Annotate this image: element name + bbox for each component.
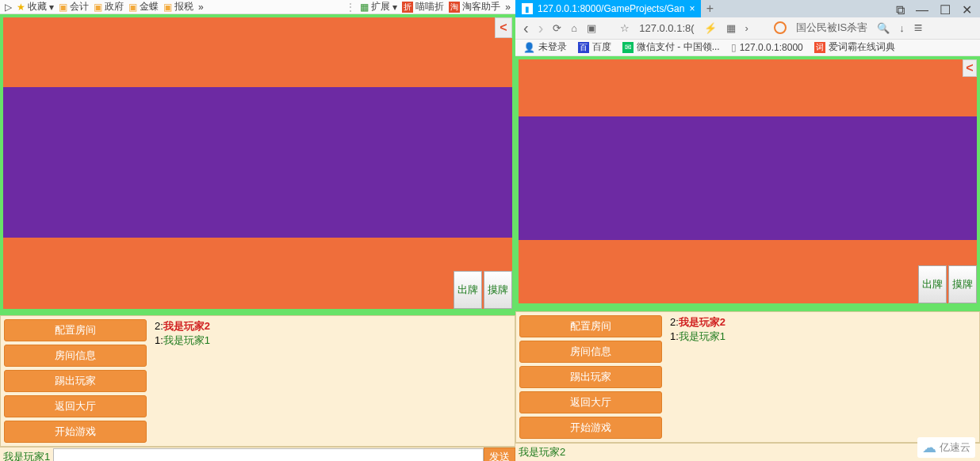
pin-icon[interactable]: ⧉ xyxy=(896,3,905,17)
folder-gov[interactable]: ▣政府 xyxy=(94,0,124,13)
left-browser-pane: ▷ ★收藏▾ ▣会计 ▣政府 ▣金蝶 ▣报税 » ⋮ ▦扩展▾ 折喵喵折 淘淘客… xyxy=(0,0,515,461)
player-list: 2:我是玩家2 1:我是玩家1 xyxy=(665,312,730,442)
bookmark-star-icon[interactable]: ☆ xyxy=(620,22,630,34)
room-info-button[interactable]: 房间信息 xyxy=(519,341,662,363)
search-icon[interactable]: 🔍 xyxy=(877,22,890,34)
sogou-icon[interactable] xyxy=(774,21,787,34)
return-lobby-button[interactable]: 返回大厅 xyxy=(519,391,662,413)
fold-icon: 折 xyxy=(402,2,413,13)
chat-send-row: 我是玩家1 发送 xyxy=(0,447,515,461)
game-board-left: < 出牌 摸牌 xyxy=(0,14,515,315)
room-info-button[interactable]: 房间信息 xyxy=(4,345,147,367)
lobby-button-column: 配置房间 房间信息 踢出玩家 返回大厅 开始游戏 xyxy=(516,312,665,442)
taoke-icon: 淘 xyxy=(449,2,460,13)
tab-title: 127.0.0.1:8000/GameProjects/Gan xyxy=(538,3,684,14)
bookmark-toolbar: ▷ ★收藏▾ ▣会计 ▣政府 ▣金蝶 ▣报税 » ⋮ ▦扩展▾ 折喵喵折 淘淘客… xyxy=(0,0,515,14)
current-player-label: 我是玩家2 xyxy=(515,443,980,461)
player-name: 我是玩家2 xyxy=(679,316,725,328)
taoke-item[interactable]: 淘淘客助手 xyxy=(449,0,500,13)
extensions-item[interactable]: ▦扩展▾ xyxy=(360,0,397,13)
collapse-arrow-right[interactable]: < xyxy=(963,59,977,77)
bookmark-wechatpay[interactable]: ✉微信支付 - 中国领... xyxy=(622,40,720,54)
play-card-button[interactable]: 出牌 xyxy=(918,265,947,303)
panel-button[interactable]: ▣ xyxy=(587,22,596,34)
miaomiaozhe-item[interactable]: 折喵喵折 xyxy=(402,0,444,13)
browser-tab[interactable]: ▮ 127.0.0.1:8000/GameProjects/Gan × xyxy=(515,0,701,17)
draw-card-button[interactable]: 摸牌 xyxy=(948,265,977,303)
player-row: 1:我是玩家1 xyxy=(155,333,210,348)
news-headline[interactable]: 国公民被IS杀害 xyxy=(796,21,867,35)
folder-icon: ▣ xyxy=(59,2,67,13)
play-icon[interactable]: ▷ xyxy=(5,2,12,13)
folder-icon: ▣ xyxy=(94,2,102,13)
window-controls: ⧉ — ☐ ✕ xyxy=(888,2,980,17)
favorites-label: 收藏 xyxy=(28,0,47,13)
home-button[interactable]: ⌂ xyxy=(571,22,577,34)
send-button[interactable]: 发送 xyxy=(484,448,515,461)
close-window-button[interactable]: ✕ xyxy=(962,2,972,17)
config-room-button[interactable]: 配置房间 xyxy=(4,319,147,341)
tab-close-icon[interactable]: × xyxy=(689,3,695,14)
bookmark-iciba[interactable]: 词爱词霸在线词典 xyxy=(814,40,895,54)
more-folders[interactable]: » xyxy=(198,2,204,13)
forward-button[interactable]: › xyxy=(538,19,544,37)
play-card-button[interactable]: 出牌 xyxy=(454,271,482,309)
address-bar: ‹ › ⟳ ⌂ ▣ ☆ 127.0.0.1:8( ⚡ ▦ › 国公民被IS杀害 … xyxy=(515,17,980,40)
menu-icon[interactable]: ≡ xyxy=(914,20,923,36)
bookmarks-bar: 👤未登录 百百度 ✉微信支付 - 中国领... ▯127.0.0.1:8000 … xyxy=(515,40,980,56)
kebab-icon[interactable]: ⋮ xyxy=(346,2,355,13)
kick-player-button[interactable]: 踢出玩家 xyxy=(519,366,662,388)
favorites-item[interactable]: ★收藏▾ xyxy=(17,0,54,13)
star-icon: ★ xyxy=(17,2,25,13)
reload-button[interactable]: ⟳ xyxy=(553,22,561,34)
bottom-orange-block: 出牌 摸牌 xyxy=(3,238,512,309)
folder-accounting[interactable]: ▣会计 xyxy=(59,0,89,13)
chat-input[interactable] xyxy=(53,448,484,461)
login-status[interactable]: 👤未登录 xyxy=(523,40,567,54)
middle-purple-block xyxy=(519,116,977,240)
folder-tax[interactable]: ▣报税 xyxy=(163,0,193,13)
wechat-icon: ✉ xyxy=(622,42,634,53)
draw-card-button[interactable]: 摸牌 xyxy=(484,271,512,309)
folder-icon: ▣ xyxy=(163,2,172,13)
kick-player-button[interactable]: 踢出玩家 xyxy=(4,370,147,392)
player-name: 我是玩家1 xyxy=(679,330,725,342)
start-game-button[interactable]: 开始游戏 xyxy=(519,417,662,439)
back-button[interactable]: ‹ xyxy=(523,19,529,37)
flash-icon[interactable]: ⚡ xyxy=(704,22,717,34)
iciba-icon: 词 xyxy=(814,42,825,53)
download-icon[interactable]: ↓ xyxy=(899,22,905,34)
top-orange-block: < xyxy=(3,17,512,87)
baidu-icon: 百 xyxy=(578,42,589,53)
brand-watermark: ☁ 亿速云 xyxy=(917,437,975,458)
right-browser-pane: ▮ 127.0.0.1:8000/GameProjects/Gan × + ⧉ … xyxy=(515,0,980,461)
toolbar-overflow[interactable]: » xyxy=(505,2,511,13)
player-name: 我是玩家2 xyxy=(163,320,210,332)
current-player-label: 我是玩家1 xyxy=(0,448,53,461)
top-orange-block: < xyxy=(519,59,977,116)
start-game-button[interactable]: 开始游戏 xyxy=(4,421,147,443)
bookmark-baidu[interactable]: 百百度 xyxy=(578,40,611,54)
folder-kingdee[interactable]: ▣金蝶 xyxy=(128,0,159,13)
player-row: 2:我是玩家2 xyxy=(670,315,725,330)
chevron-down-icon: ▾ xyxy=(49,2,54,13)
qr-icon[interactable]: ▦ xyxy=(726,22,736,34)
brand-text: 亿速云 xyxy=(940,440,970,455)
minimize-button[interactable]: — xyxy=(916,3,928,17)
middle-purple-block xyxy=(3,87,512,238)
page-icon: ▮ xyxy=(522,3,533,14)
new-tab-button[interactable]: + xyxy=(701,0,718,17)
lobby-panel-left: 配置房间 房间信息 踢出玩家 返回大厅 开始游戏 2:我是玩家2 1:我是玩家1 xyxy=(0,315,515,447)
url-text[interactable]: 127.0.0.1:8( xyxy=(639,22,694,34)
maximize-button[interactable]: ☐ xyxy=(940,2,951,17)
config-room-button[interactable]: 配置房间 xyxy=(519,315,662,337)
cloud-icon: ☁ xyxy=(922,439,936,456)
return-lobby-button[interactable]: 返回大厅 xyxy=(4,395,147,417)
bookmark-localhost[interactable]: ▯127.0.0.1:8000 xyxy=(731,42,803,53)
player-list: 2:我是玩家2 1:我是玩家1 xyxy=(150,316,215,446)
go-arrow-icon[interactable]: › xyxy=(745,22,748,34)
player-row: 2:我是玩家2 xyxy=(155,319,210,333)
page-icon: ▯ xyxy=(731,42,737,53)
collapse-arrow-right[interactable]: < xyxy=(495,17,512,38)
player-name: 我是玩家1 xyxy=(163,334,210,346)
